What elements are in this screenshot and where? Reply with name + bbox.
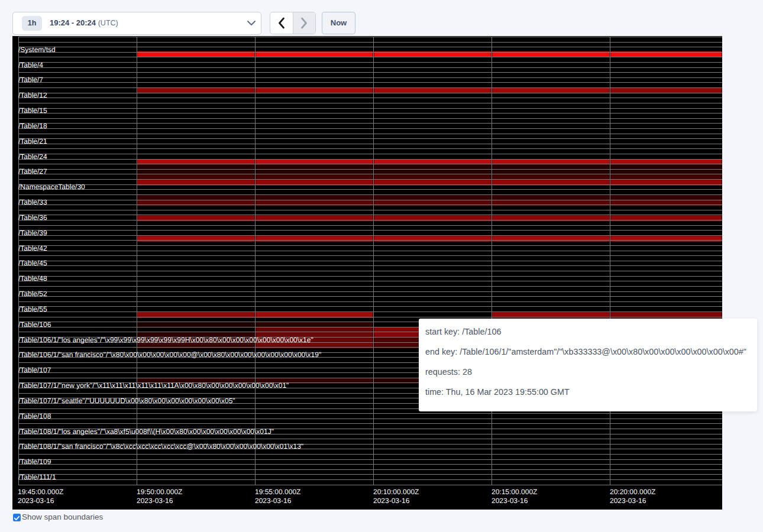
svg-text:20:15:00.000Z: 20:15:00.000Z: [492, 488, 537, 496]
svg-text:/Table/106/1/"los angeles"/"\x: /Table/106/1/"los angeles"/"\x99\x99\x99…: [18, 336, 313, 344]
svg-text:/Table/12: /Table/12: [18, 91, 47, 99]
svg-text:/Table/24: /Table/24: [18, 153, 47, 161]
svg-text:/Table/27: /Table/27: [18, 167, 47, 176]
svg-text:/Table/7: /Table/7: [18, 76, 43, 84]
svg-text:2023-03-16: 2023-03-16: [255, 497, 292, 505]
svg-text:/Table/33: /Table/33: [18, 198, 47, 206]
svg-text:20:20:00.000Z: 20:20:00.000Z: [610, 488, 655, 496]
svg-text:2023-03-16: 2023-03-16: [373, 497, 410, 505]
svg-text:/Table/107: /Table/107: [18, 366, 51, 374]
svg-text:/Table/108/1/"san francisco"/": /Table/108/1/"san francisco"/"\x8c\xcc\x…: [18, 442, 303, 450]
svg-text:/Table/111/1: /Table/111/1: [18, 473, 56, 481]
svg-text:2023-03-16: 2023-03-16: [18, 497, 54, 505]
svg-text:/Table/52: /Table/52: [18, 290, 47, 298]
svg-text:/Table/108: /Table/108: [18, 412, 51, 420]
svg-text:/Table/4: /Table/4: [18, 61, 43, 69]
svg-text:/Table/108/1/"los angeles"/"\x: /Table/108/1/"los angeles"/"\xa8\xf5\u00…: [18, 427, 274, 436]
svg-text:/Table/109: /Table/109: [18, 458, 51, 466]
svg-text:/Table/106/1/"san francisco"/": /Table/106/1/"san francisco"/"\x80\x00\x…: [18, 351, 321, 359]
svg-text:/System/tsd: /System/tsd: [18, 46, 56, 54]
svg-text:/Table/15: /Table/15: [18, 106, 47, 115]
svg-text:/Table/107/1/"seattle"/"UUUUUU: /Table/107/1/"seattle"/"UUUUUUD\x00\x80\…: [18, 397, 235, 405]
svg-text:/Table/55: /Table/55: [18, 305, 47, 313]
svg-text:/Table/48: /Table/48: [18, 274, 47, 283]
svg-text:19:55:00.000Z: 19:55:00.000Z: [255, 488, 300, 496]
svg-text:/Table/45: /Table/45: [18, 259, 47, 267]
svg-text:/Table/106: /Table/106: [18, 320, 51, 329]
svg-text:/NamespaceTable/30: /NamespaceTable/30: [18, 183, 85, 191]
svg-text:/Table/107/1/"new york"/"\x11\: /Table/107/1/"new york"/"\x11\x11\x11\x1…: [18, 381, 289, 390]
svg-text:/Table/39: /Table/39: [18, 229, 47, 237]
svg-text:2023-03-16: 2023-03-16: [137, 497, 173, 505]
svg-text:19:50:00.000Z: 19:50:00.000Z: [137, 488, 182, 496]
svg-text:2023-03-16: 2023-03-16: [610, 497, 646, 505]
svg-text:/Table/42: /Table/42: [18, 244, 47, 252]
svg-text:2023-03-16: 2023-03-16: [492, 497, 528, 505]
svg-text:/Table/36: /Table/36: [18, 213, 47, 222]
svg-text:19:45:00.000Z: 19:45:00.000Z: [18, 488, 63, 496]
svg-text:/Table/18: /Table/18: [18, 122, 47, 130]
svg-text:20:10:00.000Z: 20:10:00.000Z: [373, 488, 419, 496]
svg-text:/Table/21: /Table/21: [18, 137, 47, 145]
